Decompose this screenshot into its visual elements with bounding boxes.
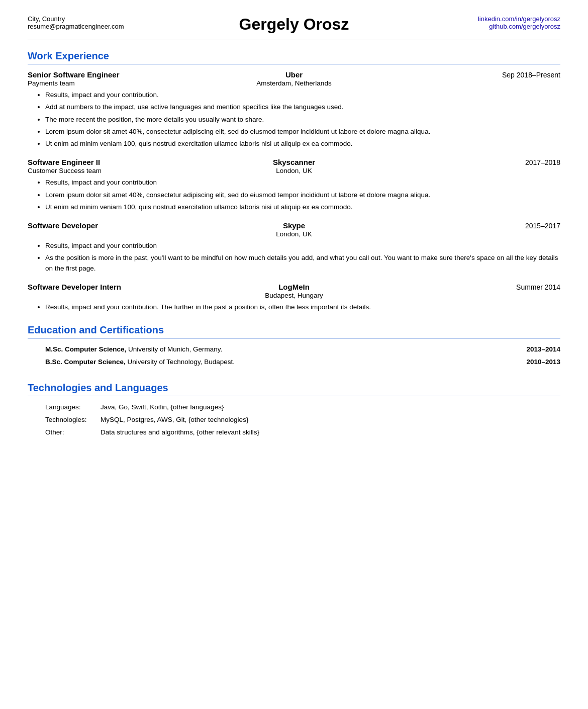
job-title-4: Software Developer Intern bbox=[28, 283, 205, 291]
tech-item-3: Other: Data structures and algorithms, {… bbox=[45, 427, 560, 437]
resume-container: City, Country resume@pragmaticengineer.c… bbox=[18, 0, 570, 465]
work-experience-divider bbox=[28, 64, 560, 64]
tech-item-2: Technologies: MySQL, Postgres, AWS, Git,… bbox=[45, 415, 560, 425]
technologies-section: Technologies and Languages Languages: Ja… bbox=[28, 382, 560, 438]
bullet-2-3: Ut enim ad minim veniam 100, quis nostru… bbox=[45, 202, 560, 212]
job-header-4: Software Developer Intern LogMeIn Summer… bbox=[28, 283, 560, 291]
edu-bold-2: B.Sc. Computer Science, bbox=[45, 358, 126, 366]
job-location-4: Budapest, Hungary bbox=[205, 292, 382, 299]
header-right: linkedin.com/in/gergelyorosz github.com/… bbox=[383, 15, 560, 30]
bullet-3-2: As the position is more in the past, you… bbox=[45, 253, 560, 274]
tech-label-3: Other: bbox=[45, 427, 95, 437]
work-experience-title: Work Experience bbox=[28, 50, 560, 62]
technologies-divider bbox=[28, 396, 560, 396]
job-dates-1: Sep 2018–Present bbox=[383, 71, 560, 79]
job-team-1: Payments team bbox=[28, 79, 205, 87]
email: resume@pragmaticengineer.com bbox=[28, 23, 205, 30]
bullet-1-2: Add at numbers to the impact, use active… bbox=[45, 102, 560, 112]
job-location-1: Amsterdam, Netherlands bbox=[205, 79, 382, 87]
job-subheader-2: Customer Success team London, UK bbox=[28, 167, 560, 174]
header-center: Gergely Orosz bbox=[205, 15, 382, 34]
edu-year-2: 2010–2013 bbox=[526, 357, 560, 367]
job-dates-4: Summer 2014 bbox=[383, 283, 560, 291]
bullet-4-1: Results, impact and your contribution. T… bbox=[45, 302, 560, 312]
job-entry-4: Software Developer Intern LogMeIn Summer… bbox=[28, 283, 560, 312]
edu-text-2: B.Sc. Computer Science, University of Te… bbox=[45, 357, 516, 367]
job-header-1: Senior Software Engineer Uber Sep 2018–P… bbox=[28, 70, 560, 79]
edu-text-1: M.Sc. Computer Science, University of Mu… bbox=[45, 344, 516, 354]
education-divider bbox=[28, 338, 560, 338]
bullet-2-1: Results, impact and your contribution bbox=[45, 178, 560, 188]
job-title-3: Software Developer bbox=[28, 221, 205, 230]
resume-header: City, Country resume@pragmaticengineer.c… bbox=[28, 15, 560, 36]
job-title-2: Software Engineer II bbox=[28, 158, 205, 166]
header-left: City, Country resume@pragmaticengineer.c… bbox=[28, 15, 205, 30]
job-entry-1: Senior Software Engineer Uber Sep 2018–P… bbox=[28, 70, 560, 149]
edu-year-1: 2013–2014 bbox=[526, 344, 560, 354]
job-company-3: Skype bbox=[205, 221, 382, 230]
tech-value-2: MySQL, Postgres, AWS, Git, {other techno… bbox=[101, 415, 248, 425]
education-title: Education and Certifications bbox=[28, 324, 560, 336]
job-title-1: Senior Software Engineer bbox=[28, 70, 205, 79]
job-subheader-3: London, UK bbox=[28, 230, 560, 238]
bullet-1-1: Results, impact and your contribution. bbox=[45, 90, 560, 100]
job-subheader-4: Budapest, Hungary bbox=[28, 292, 560, 299]
tech-label-2: Technologies: bbox=[45, 415, 95, 425]
job-dates-3: 2015–2017 bbox=[383, 222, 560, 230]
tech-value-1: Java, Go, Swift, Kotlin, {other language… bbox=[101, 402, 224, 412]
technologies-list: Languages: Java, Go, Swift, Kotlin, {oth… bbox=[28, 402, 560, 438]
linkedin-link[interactable]: linkedin.com/in/gergelyorosz bbox=[383, 15, 560, 23]
job-subheader-1: Payments team Amsterdam, Netherlands bbox=[28, 79, 560, 87]
city-country: City, Country bbox=[28, 15, 205, 23]
job-dates-2: 2017–2018 bbox=[383, 158, 560, 166]
job-company-2: Skyscanner bbox=[205, 158, 382, 166]
tech-label-1: Languages: bbox=[45, 402, 95, 412]
job-bullets-4: Results, impact and your contribution. T… bbox=[28, 302, 560, 312]
github-link[interactable]: github.com/gergelyorosz bbox=[383, 23, 560, 30]
job-company-4: LogMeIn bbox=[205, 283, 382, 291]
job-location-2: London, UK bbox=[205, 167, 382, 174]
job-entry-3: Software Developer Skype 2015–2017 Londo… bbox=[28, 221, 560, 274]
education-list: M.Sc. Computer Science, University of Mu… bbox=[28, 344, 560, 370]
job-header-3: Software Developer Skype 2015–2017 bbox=[28, 221, 560, 230]
technologies-title: Technologies and Languages bbox=[28, 382, 560, 394]
edu-bold-1: M.Sc. Computer Science, bbox=[45, 345, 126, 353]
bullet-1-5: Ut enim ad minim veniam 100, quis nostru… bbox=[45, 139, 560, 149]
job-header-2: Software Engineer II Skyscanner 2017–201… bbox=[28, 158, 560, 166]
edu-item-1: M.Sc. Computer Science, University of Mu… bbox=[45, 344, 560, 354]
job-location-3: London, UK bbox=[205, 230, 382, 238]
job-bullets-2: Results, impact and your contribution Lo… bbox=[28, 178, 560, 212]
education-section: Education and Certifications M.Sc. Compu… bbox=[28, 324, 560, 370]
job-company-1: Uber bbox=[205, 70, 382, 79]
job-entry-2: Software Engineer II Skyscanner 2017–201… bbox=[28, 158, 560, 212]
bullet-1-4: Lorem ipsum dolor sit amet 40%, consecte… bbox=[45, 127, 560, 137]
bullet-1-3: The more recent the position, the more d… bbox=[45, 115, 560, 125]
job-bullets-3: Results, impact and your contribution As… bbox=[28, 241, 560, 274]
tech-item-1: Languages: Java, Go, Swift, Kotlin, {oth… bbox=[45, 402, 560, 412]
work-experience-section: Work Experience Senior Software Engineer… bbox=[28, 50, 560, 312]
job-team-2: Customer Success team bbox=[28, 167, 205, 174]
bullet-3-1: Results, impact and your contribution bbox=[45, 241, 560, 251]
job-bullets-1: Results, impact and your contribution. A… bbox=[28, 90, 560, 149]
resume-name: Gergely Orosz bbox=[205, 15, 382, 34]
tech-value-3: Data structures and algorithms, {other r… bbox=[101, 427, 259, 437]
header-divider bbox=[28, 40, 560, 40]
bullet-2-2: Lorem ipsum dolor sit amet 40%, consecte… bbox=[45, 190, 560, 200]
edu-item-2: B.Sc. Computer Science, University of Te… bbox=[45, 357, 560, 367]
